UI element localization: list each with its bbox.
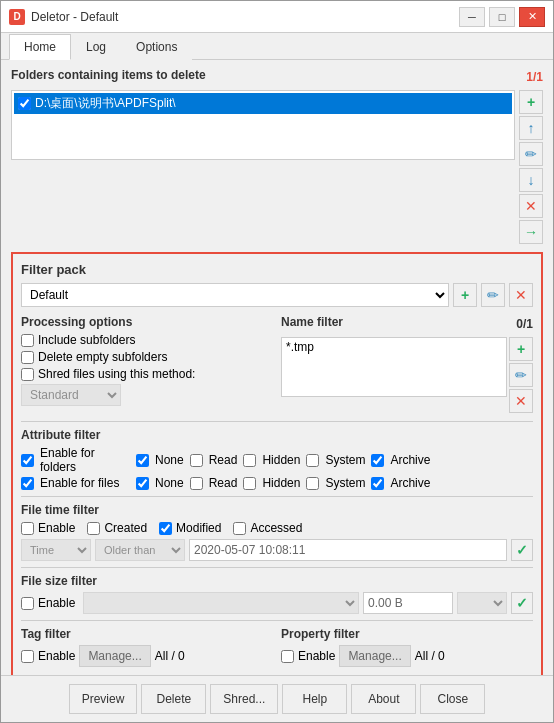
tag-row: Enable Manage... All / 0 [21,645,273,667]
files-archive-checkbox[interactable] [371,477,384,490]
edit-name-filter-button[interactable]: ✏ [509,363,533,387]
property-manage-button[interactable]: Manage... [339,645,410,667]
folder-row: D:\桌面\说明书\APDFSplit\ + ↑ ✏ ↓ ✕ → [11,90,543,244]
method-row: Standard [21,384,273,406]
files-read-checkbox[interactable] [190,477,203,490]
include-subfolders-row: Include subfolders [21,333,273,347]
name-filter-counter: 0/1 [516,317,533,331]
filter-pack-select[interactable]: Default [21,283,449,307]
close-button[interactable]: Close [420,684,485,714]
tab-bar: Home Log Options [1,33,553,60]
attribute-filter-section: Attribute filter Enable for folders None… [21,428,533,490]
attribute-filter-label: Attribute filter [21,428,533,442]
files-read-label: Read [209,476,238,490]
folder-checkbox[interactable] [18,97,31,110]
time-accessed-label: Accessed [250,521,302,535]
tag-enable-checkbox[interactable] [21,650,34,663]
add-folder-button[interactable]: + [519,90,543,114]
folders-hidden-checkbox[interactable] [243,454,256,467]
time-created-checkbox[interactable] [87,522,100,535]
time-datetime-input[interactable] [189,539,507,561]
shred-button[interactable]: Shred... [210,684,278,714]
edit-folder-button[interactable]: ✏ [519,142,543,166]
folder-item[interactable]: D:\桌面\说明书\APDFSplit\ [14,93,512,114]
enable-for-folders-checkbox[interactable] [21,454,34,467]
tab-log[interactable]: Log [71,34,121,60]
files-hidden-checkbox[interactable] [243,477,256,490]
delete-empty-subfolders-label: Delete empty subfolders [38,350,167,364]
delete-name-filter-button[interactable]: ✕ [509,389,533,413]
time-unit-select[interactable]: Time [21,539,91,561]
tag-all-count: All / 0 [155,649,185,663]
file-size-filter-section: File size filter Enable ✓ [21,574,533,614]
files-none-checkbox[interactable] [136,477,149,490]
delete-empty-subfolders-checkbox[interactable] [21,351,34,364]
folders-system-label: System [325,453,365,467]
time-confirm-button[interactable]: ✓ [511,539,533,561]
move-folder-up-button[interactable]: ↑ [519,116,543,140]
delete-empty-subfolders-row: Delete empty subfolders [21,350,273,364]
folder-path: D:\桌面\说明书\APDFSplit\ [35,95,176,112]
property-row: Enable Manage... All / 0 [281,645,533,667]
shred-files-checkbox[interactable] [21,368,34,381]
filter-pack-row: Default + ✏ ✕ [21,283,533,307]
size-value-input[interactable] [363,592,453,614]
folders-read-checkbox[interactable] [190,454,203,467]
minimize-button[interactable]: ─ [459,7,485,27]
window-title: Deletor - Default [31,10,459,24]
tag-manage-button[interactable]: Manage... [79,645,150,667]
name-filter-box: *.tmp [281,337,507,397]
about-button[interactable]: About [351,684,416,714]
folder-list: D:\桌面\说明书\APDFSplit\ [11,90,515,160]
tab-options[interactable]: Options [121,34,192,60]
folders-label: Folders containing items to delete [11,68,206,82]
folders-section: Folders containing items to delete 1/1 D… [11,68,543,244]
delete-folder-button[interactable]: ✕ [519,194,543,218]
time-modified-group: Modified [159,521,221,535]
size-confirm-button[interactable]: ✓ [511,592,533,614]
property-filter-section: Property filter Enable Manage... All / 0 [281,627,533,667]
include-subfolders-checkbox[interactable] [21,334,34,347]
time-enable-label: Enable [38,521,75,535]
move-folder-down-button[interactable]: ↓ [519,168,543,192]
size-unit-select[interactable] [457,592,507,614]
files-system-checkbox[interactable] [306,477,319,490]
tab-home[interactable]: Home [9,34,71,60]
enable-for-files-checkbox[interactable] [21,477,34,490]
close-window-button[interactable]: ✕ [519,7,545,27]
filter-pack-area: Filter pack Default + ✏ ✕ Processing opt… [11,252,543,675]
size-comparison-select[interactable] [83,592,359,614]
folders-archive-checkbox[interactable] [371,454,384,467]
property-enable-label: Enable [298,649,335,663]
files-system-label: System [325,476,365,490]
attr-folders-row: Enable for folders None Read Hidden Syst… [21,446,533,474]
add-filter-button[interactable]: + [453,283,477,307]
time-created-label: Created [104,521,147,535]
open-folder-button[interactable]: → [519,220,543,244]
method-select[interactable]: Standard [21,384,121,406]
preview-button[interactable]: Preview [69,684,138,714]
time-comparison-select[interactable]: Older than [95,539,185,561]
delete-button[interactable]: Delete [141,684,206,714]
folders-none-checkbox[interactable] [136,454,149,467]
property-filter-label: Property filter [281,627,533,641]
processing-section: Processing options Include subfolders De… [21,315,273,413]
time-enable-checkbox[interactable] [21,522,34,535]
delete-filter-button[interactable]: ✕ [509,283,533,307]
window-controls: ─ □ ✕ [459,7,545,27]
help-button[interactable]: Help [282,684,347,714]
maximize-button[interactable]: □ [489,7,515,27]
time-modified-checkbox[interactable] [159,522,172,535]
time-accessed-checkbox[interactable] [233,522,246,535]
size-enable-checkbox[interactable] [21,597,34,610]
folders-read-label: Read [209,453,238,467]
edit-filter-button[interactable]: ✏ [481,283,505,307]
property-enable-checkbox[interactable] [281,650,294,663]
name-filter-label: Name filter [281,315,343,329]
file-size-filter-label: File size filter [21,574,533,588]
add-name-filter-button[interactable]: + [509,337,533,361]
name-filter-buttons: + ✏ ✕ [509,337,533,413]
folders-counter: 1/1 [526,70,543,84]
folders-system-checkbox[interactable] [306,454,319,467]
folder-header: Folders containing items to delete 1/1 [11,68,543,86]
